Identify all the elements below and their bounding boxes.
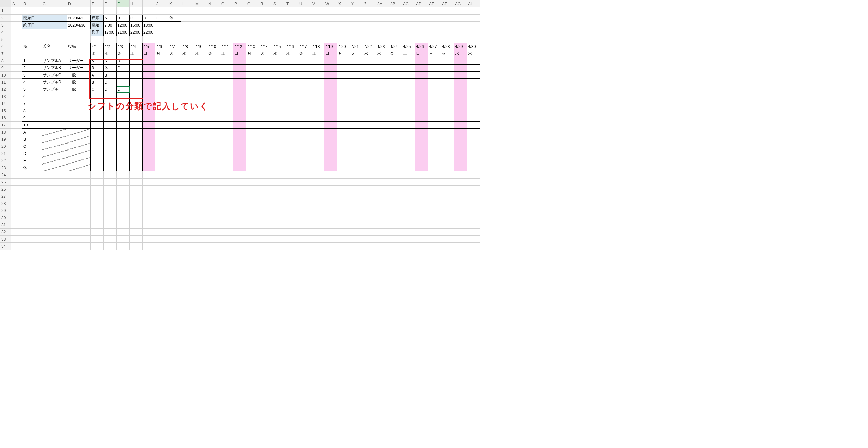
summary-cell[interactable]: [350, 164, 363, 171]
cell[interactable]: [155, 221, 168, 229]
summary-cell[interactable]: [324, 150, 337, 157]
cell[interactable]: [11, 157, 22, 164]
cell[interactable]: [259, 214, 272, 221]
cell[interactable]: [272, 22, 285, 29]
cell[interactable]: [324, 214, 337, 221]
col-header-X[interactable]: X: [337, 0, 350, 7]
summary-cell[interactable]: [220, 136, 234, 143]
cell[interactable]: [285, 179, 298, 186]
cell[interactable]: [259, 36, 272, 43]
cell[interactable]: [285, 214, 298, 221]
shift-cell[interactable]: [311, 114, 324, 122]
summary-cell[interactable]: [208, 129, 220, 136]
cell[interactable]: [11, 229, 22, 236]
shift-cell[interactable]: [155, 79, 168, 86]
summary-cell[interactable]: [285, 150, 298, 157]
cell[interactable]: [402, 229, 415, 236]
col-header-L[interactable]: L: [182, 0, 194, 7]
shift-cell[interactable]: [428, 79, 441, 86]
cell[interactable]: [182, 7, 194, 14]
cell[interactable]: [428, 171, 441, 179]
shift-cell[interactable]: [311, 65, 324, 72]
cell[interactable]: [155, 200, 168, 207]
summary-cell[interactable]: [194, 164, 208, 171]
shift-cell[interactable]: [194, 93, 208, 100]
summary-cell[interactable]: [234, 157, 246, 164]
shift-cell[interactable]: [208, 65, 220, 72]
cell[interactable]: [22, 221, 42, 229]
col-header-P[interactable]: P: [234, 0, 246, 7]
cell[interactable]: [337, 29, 350, 36]
summary-cell[interactable]: [220, 129, 234, 136]
shift-cell[interactable]: [350, 86, 363, 93]
shift-cell[interactable]: [363, 79, 376, 86]
shift-cell[interactable]: [103, 122, 117, 129]
cell[interactable]: [234, 186, 246, 193]
cell[interactable]: [208, 36, 220, 43]
summary-cell[interactable]: [246, 129, 259, 136]
summary-cell[interactable]: [168, 164, 182, 171]
summary-cell[interactable]: [441, 136, 454, 143]
cell[interactable]: [350, 236, 363, 243]
shift-cell[interactable]: [298, 65, 311, 72]
staff-role[interactable]: [67, 114, 91, 122]
shift-cell[interactable]: [117, 122, 129, 129]
cell[interactable]: [363, 14, 376, 22]
cell[interactable]: [259, 221, 272, 229]
cell[interactable]: [91, 200, 103, 207]
shift-cell[interactable]: [298, 57, 311, 65]
cell[interactable]: [208, 214, 220, 221]
cell[interactable]: [67, 36, 91, 43]
cell[interactable]: [324, 22, 337, 29]
shift-cell[interactable]: [234, 100, 246, 107]
cell[interactable]: [402, 214, 415, 221]
cell[interactable]: [337, 214, 350, 221]
row-header-4[interactable]: 4: [0, 29, 11, 36]
staff-no[interactable]: 1: [22, 57, 42, 65]
shift-cell[interactable]: [91, 107, 103, 114]
shift-cell[interactable]: [129, 93, 143, 100]
cell[interactable]: [467, 200, 480, 207]
cell[interactable]: [182, 229, 194, 236]
shift-cell[interactable]: [208, 93, 220, 100]
cell[interactable]: [42, 193, 67, 200]
shift-cell[interactable]: [168, 65, 182, 72]
cell[interactable]: [208, 221, 220, 229]
shift-cell[interactable]: [350, 79, 363, 86]
cell[interactable]: [298, 22, 311, 29]
row-header-5[interactable]: 5: [0, 36, 11, 43]
summary-cell[interactable]: [194, 150, 208, 157]
summary-cell[interactable]: [194, 136, 208, 143]
cell[interactable]: [441, 22, 454, 29]
summary-cell[interactable]: [428, 136, 441, 143]
cell[interactable]: [246, 36, 259, 43]
cell[interactable]: [194, 14, 208, 22]
cell[interactable]: [415, 7, 428, 14]
shift-cell[interactable]: [129, 79, 143, 86]
cell[interactable]: [234, 221, 246, 229]
cell[interactable]: [311, 200, 324, 207]
cell[interactable]: [324, 243, 337, 250]
summary-cell[interactable]: [246, 157, 259, 164]
shift-cell[interactable]: [220, 107, 234, 114]
summary-cell[interactable]: [91, 150, 103, 157]
cell[interactable]: [129, 221, 143, 229]
summary-cell[interactable]: [182, 143, 194, 150]
cell[interactable]: [454, 200, 467, 207]
cell[interactable]: [182, 214, 194, 221]
cell[interactable]: [234, 200, 246, 207]
cell[interactable]: [22, 29, 42, 36]
cell[interactable]: [143, 193, 155, 200]
cell[interactable]: [441, 200, 454, 207]
summary-cell[interactable]: [155, 164, 168, 171]
shift-cell[interactable]: [143, 114, 155, 122]
cell[interactable]: [311, 229, 324, 236]
shift-cell[interactable]: [220, 65, 234, 72]
cell[interactable]: [285, 236, 298, 243]
summary-cell[interactable]: [467, 129, 480, 136]
cell[interactable]: [402, 22, 415, 29]
cell[interactable]: [11, 36, 22, 43]
staff-no[interactable]: 9: [22, 114, 42, 122]
cell[interactable]: [11, 65, 22, 72]
cell[interactable]: [324, 29, 337, 36]
